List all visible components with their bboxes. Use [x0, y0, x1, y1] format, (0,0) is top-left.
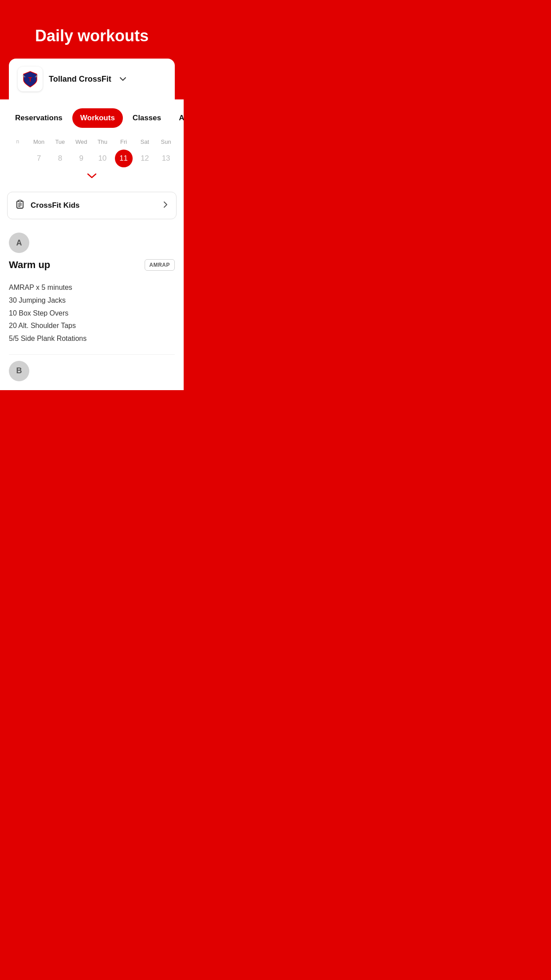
workout-selector-chevron-icon: [163, 200, 168, 211]
tab-ap[interactable]: Ap: [171, 108, 184, 128]
gym-chevron-icon: [119, 75, 126, 83]
tab-reservations[interactable]: Reservations: [7, 108, 71, 128]
svg-text:T: T: [28, 76, 32, 83]
page-title: Daily workouts: [9, 27, 175, 45]
tabs-container: Reservations Workouts Classes Ap: [0, 99, 184, 132]
day-num-10[interactable]: 10: [92, 150, 113, 166]
section-header-a: Warm up AMRAP: [9, 259, 175, 271]
day-header-thu: Thu: [92, 137, 113, 147]
day-header-sun: Sun: [155, 137, 177, 147]
section-divider: [9, 354, 175, 355]
day-num-9[interactable]: 9: [71, 150, 92, 166]
day-header-tue: Tue: [50, 137, 71, 147]
amrap-badge: AMRAP: [145, 259, 175, 271]
gym-selector-wrapper: T Tolland CrossFit: [0, 59, 184, 99]
day-num-blank-left: [7, 150, 28, 166]
calendar-section: n Mon Tue Wed Thu Fri Sat Sun 7 8 9 10 1…: [0, 132, 184, 187]
workout-selector-name: CrossFit Kids: [31, 201, 157, 210]
workout-details: AMRAP x 5 minutes 30 Jumping Jacks 10 Bo…: [9, 278, 175, 354]
gym-name: Tolland CrossFit: [49, 75, 111, 84]
workout-line-1: AMRAP x 5 minutes: [9, 281, 175, 294]
day-num-8[interactable]: 8: [50, 150, 71, 166]
header-section: Daily workouts: [0, 0, 184, 59]
workout-line-5: 5/5 Side Plank Rotations: [9, 332, 175, 345]
workout-line-2: 30 Jumping Jacks: [9, 294, 175, 307]
day-numbers: 7 8 9 10 11 12 13: [7, 150, 177, 166]
svg-rect-2: [19, 200, 21, 202]
day-header-wed: Wed: [71, 137, 92, 147]
tab-workouts[interactable]: Workouts: [72, 108, 123, 128]
day-num-11-today[interactable]: 11: [113, 150, 134, 166]
workout-line-4: 20 Alt. Shoulder Taps: [9, 320, 175, 332]
day-headers: n Mon Tue Wed Thu Fri Sat Sun: [7, 137, 177, 147]
section-avatar-b: B: [9, 361, 29, 381]
clipboard-icon: [16, 199, 25, 212]
gym-logo: T: [18, 67, 43, 91]
day-header-n: n: [7, 137, 28, 147]
workout-line-3: 10 Box Step Overs: [9, 307, 175, 320]
day-num-12[interactable]: 12: [134, 150, 156, 166]
warmup-title: Warm up: [9, 259, 50, 271]
gym-selector[interactable]: T Tolland CrossFit: [9, 59, 175, 99]
day-num-13[interactable]: 13: [155, 150, 177, 166]
workout-type-selector[interactable]: CrossFit Kids: [7, 192, 177, 219]
main-card: Reservations Workouts Classes Ap n Mon T…: [0, 99, 184, 390]
day-header-mon: Mon: [28, 137, 50, 147]
calendar-expand-button[interactable]: [7, 169, 177, 187]
tab-classes[interactable]: Classes: [125, 108, 169, 128]
day-header-fri: Fri: [113, 137, 134, 147]
day-header-sat: Sat: [134, 137, 156, 147]
workout-section-a: A Warm up AMRAP AMRAP x 5 minutes 30 Jum…: [0, 228, 184, 381]
section-avatar-a: A: [9, 233, 29, 253]
day-num-7[interactable]: 7: [28, 150, 50, 166]
